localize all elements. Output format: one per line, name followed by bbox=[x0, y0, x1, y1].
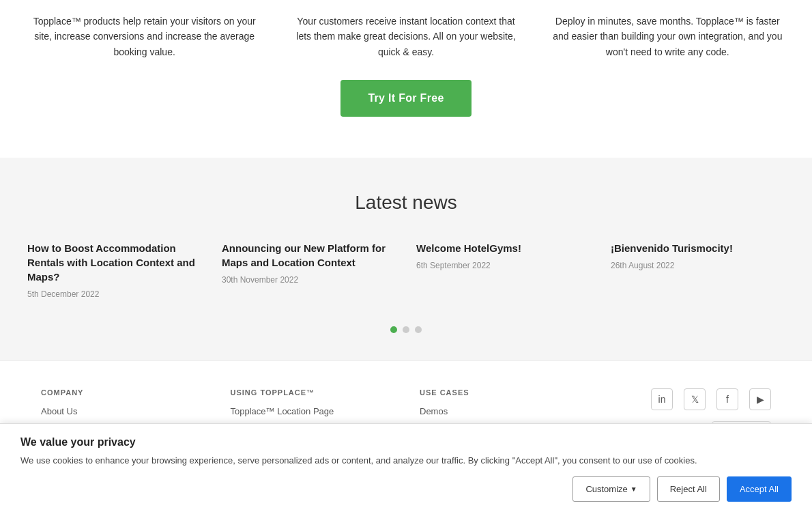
chevron-down-icon: ▼ bbox=[630, 485, 637, 493]
news-grid: How to Boost Accommodation Rentals with … bbox=[27, 241, 785, 299]
cookie-body-text: We use cookies to enhance your browsing … bbox=[20, 454, 792, 468]
footer-company-heading: Company bbox=[41, 388, 203, 397]
cookie-customize-label: Customize bbox=[585, 484, 627, 494]
news-section-title: Latest news bbox=[27, 192, 785, 214]
cta-container: Try It For Free bbox=[0, 59, 812, 130]
col-location-text: Your customers receive instant location … bbox=[289, 14, 523, 59]
news-card-1[interactable]: How to Boost Accommodation Rentals with … bbox=[27, 241, 201, 299]
try-free-button[interactable]: Try It For Free bbox=[340, 80, 471, 117]
three-col-layout: Topplace™ products help retain your visi… bbox=[0, 14, 812, 59]
news-card-4-date: 26th August 2022 bbox=[611, 261, 785, 270]
social-icons-group: in 𝕏 f ▶ bbox=[651, 388, 771, 410]
cookie-customize-button[interactable]: Customize ▼ bbox=[572, 476, 650, 502]
twitter-icon[interactable]: 𝕏 bbox=[684, 388, 706, 410]
col-retain-text: Topplace™ products help retain your visi… bbox=[27, 14, 261, 59]
news-card-1-date: 5th December 2022 bbox=[27, 289, 201, 299]
linkedin-icon[interactable]: in bbox=[651, 388, 673, 410]
dot-1[interactable] bbox=[390, 326, 397, 333]
news-card-2-date: 30th November 2022 bbox=[222, 275, 396, 285]
col-location: Your customers receive instant location … bbox=[289, 14, 523, 59]
col-deploy-text: Deploy in minutes, save months. Topplace… bbox=[551, 14, 785, 59]
cookie-banner: We value your privacy We use cookies to … bbox=[0, 423, 812, 509]
col-retain: Topplace™ products help retain your visi… bbox=[27, 14, 261, 59]
facebook-icon[interactable]: f bbox=[716, 388, 738, 410]
footer-link-about[interactable]: About Us bbox=[41, 406, 203, 416]
footer-using-heading: Using Topplace™ bbox=[231, 388, 393, 397]
news-card-3[interactable]: Welcome HotelGyms! 6th September 2022 bbox=[416, 241, 590, 299]
news-card-4-title: ¡Bienvenido Turismocity! bbox=[611, 241, 785, 255]
news-card-2[interactable]: Announcing our New Platform for Maps and… bbox=[222, 241, 396, 299]
cookie-title: We value your privacy bbox=[20, 436, 792, 448]
dot-3[interactable] bbox=[415, 326, 422, 333]
footer-link-location-page[interactable]: Topplace™ Location Page bbox=[231, 406, 393, 416]
cookie-buttons: Customize ▼ Reject All Accept All bbox=[20, 476, 792, 502]
news-card-3-title: Welcome HotelGyms! bbox=[416, 241, 590, 255]
news-card-4[interactable]: ¡Bienvenido Turismocity! 26th August 202… bbox=[611, 241, 785, 299]
footer-usecases-heading: Use Cases bbox=[420, 388, 582, 397]
top-section: Topplace™ products help retain your visi… bbox=[0, 0, 812, 158]
cookie-reject-button[interactable]: Reject All bbox=[657, 476, 720, 502]
news-card-2-title: Announcing our New Platform for Maps and… bbox=[222, 241, 396, 270]
news-section: Latest news How to Boost Accommodation R… bbox=[0, 158, 812, 360]
cookie-accept-button[interactable]: Accept All bbox=[727, 476, 792, 502]
news-card-3-date: 6th September 2022 bbox=[416, 261, 590, 270]
dot-2[interactable] bbox=[403, 326, 409, 333]
news-pagination bbox=[27, 326, 785, 333]
youtube-icon[interactable]: ▶ bbox=[749, 388, 771, 410]
col-deploy: Deploy in minutes, save months. Topplace… bbox=[551, 14, 785, 59]
footer-link-demos[interactable]: Demos bbox=[420, 406, 582, 416]
news-card-1-title: How to Boost Accommodation Rentals with … bbox=[27, 241, 201, 284]
